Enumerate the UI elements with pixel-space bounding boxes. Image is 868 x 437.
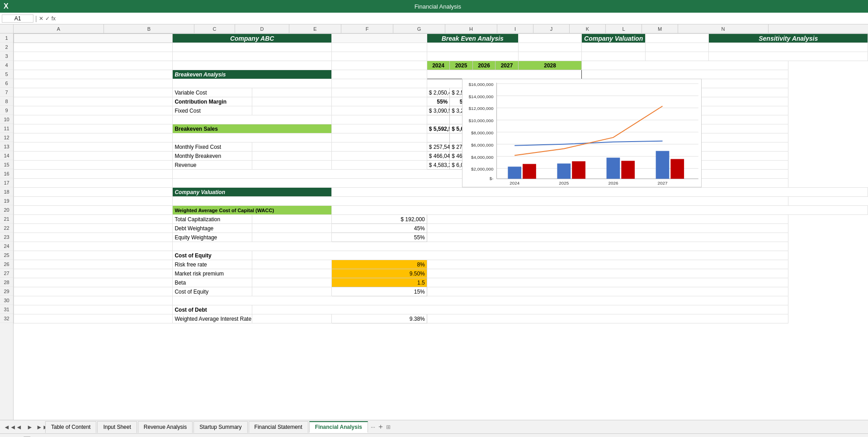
tab-financial-statement[interactable]: Financial Statement [249,421,308,433]
spreadsheet-table: Company ABC Break Even Analysis Company … [14,33,868,323]
table-row: Total Capitalization $ 192,000 [14,215,868,224]
col-header-c[interactable]: C [194,24,235,33]
col-header-e[interactable]: E [289,24,341,33]
row-12: 12 [0,133,13,142]
sheet-nav-right-icon[interactable]: ⊞ [386,424,391,430]
table-row: Weighted Average Cost of Capital (WACC) [14,206,868,215]
row-2: 2 [0,43,13,52]
row-7: 7 [0,88,13,97]
row-5: 5 [0,70,13,79]
row-col-corner [0,24,14,33]
cell-reference-input[interactable]: A1 [2,14,33,23]
wacc-interest-label: Weighted Average Interest Rate [173,314,252,323]
row-22: 22 [0,223,13,233]
table-row [14,179,868,188]
bar-2027-blue [656,151,670,179]
col-header-b[interactable]: B [104,24,194,33]
table-row: Company Valuation [14,188,868,197]
row-27: 27 [0,269,13,278]
table-row: Weighted Average Interest Rate 9.38% [14,314,868,323]
col-header-j[interactable]: J [533,24,570,33]
tab-bar: ◄◄ ◄ ► ►► Table of Content Input Sheet R… [0,420,868,433]
cancel-formula-icon[interactable]: ✕ [39,15,43,22]
row-9: 9 [0,106,13,115]
tab-financial-analysis[interactable]: Financial Analysis [309,421,368,433]
total-cap-val: $ 192,000 [331,215,427,224]
table-row: Contribution Margin 55% 58% 60% 61% 62% [14,97,868,106]
col-header-k[interactable]: K [570,24,606,33]
add-sheet-icon[interactable]: ＋ [377,422,384,432]
col-header-m[interactable]: M [642,24,678,33]
bar-2027-red [670,159,684,179]
table-row: Debt Weightage 45% [14,224,868,233]
row-1: 1 [0,33,13,43]
formula-input[interactable] [57,15,866,22]
tab-last-icon[interactable]: ►► [36,423,45,431]
more-sheets-icon[interactable]: ··· [371,424,375,430]
company-valuation-chart: $16,000,000 $14,000,000 $12,000,000 $10,… [462,79,701,187]
row-25: 25 [0,251,13,260]
row-6: 6 [0,79,13,88]
beta-label: Beta [173,278,252,287]
col-header-f[interactable]: F [341,24,393,33]
year-2026: 2026 [472,61,495,70]
row-10: 10 [0,115,13,124]
tab-first-icon[interactable]: ◄◄ [4,423,13,431]
svg-text:2024: 2024 [509,180,520,185]
table-row: Beta 1.5 [14,278,868,287]
breakeven-sales-label: Breakeven Sales [173,124,331,133]
tab-next-icon[interactable]: ► [25,423,34,431]
market-risk-val: 9.50% [331,269,427,278]
table-row: Cost of Debt [14,305,868,314]
sensitivity-header: Sensitivity Analysis [709,34,868,43]
chart-container: $16,000,000 $14,000,000 $12,000,000 $10,… [462,79,702,187]
col-header-g[interactable]: G [393,24,445,33]
tab-revenue-analysis[interactable]: Revenue Analysis [138,421,193,433]
col-header-d[interactable]: D [235,24,289,33]
tab-table-of-content[interactable]: Table of Content [45,421,96,433]
vc-2024: $ 2,050,434 [427,88,450,97]
col-header-h[interactable]: H [445,24,497,33]
svg-text:2027: 2027 [657,180,668,185]
table-row: Cost of Equity [14,251,868,260]
col-header-l[interactable]: L [606,24,642,33]
row-29: 29 [0,287,13,296]
col-header-a[interactable]: A [14,24,104,33]
tab-startup-summary[interactable]: Startup Summary [193,421,247,433]
formula-bar: A1 | ✕ ✓ fx [0,13,868,24]
fixed-cost-label: Fixed Cost [173,106,252,115]
confirm-formula-icon[interactable]: ✓ [45,15,50,22]
insert-function-icon[interactable]: fx [52,15,56,22]
cost-of-equity-val-label: Cost of Equity [173,287,252,296]
row-24: 24 [0,242,13,251]
table-row: 2024 2025 2026 2027 2028 [14,61,868,70]
tab-input-sheet[interactable]: Input Sheet [97,421,137,433]
beta-val: 1.5 [331,278,427,287]
table-row: Risk free rate 8% [14,260,868,269]
tab-prev-icon[interactable]: ◄ [14,423,24,431]
cost-of-equity-label: Cost of Equity [173,251,252,260]
cm-2024: 55% [427,97,450,106]
bs-2024: $ 5,592,593 [427,124,450,133]
table-row [14,170,868,179]
row-30: 30 [0,296,13,305]
svg-text:$10,000,000: $10,000,000 [469,118,494,123]
row-numbers: 1 2 3 4 5 6 7 8 9 10 11 12 13 14 15 16 1… [0,33,14,420]
mfc-2024: $ 257,549 [427,142,450,152]
contribution-margin-label: Contribution Margin [173,97,252,106]
bar-2025-blue [557,163,571,179]
row-17: 17 [0,178,13,187]
row-26: 26 [0,260,13,269]
company-abc-header: Company ABC [173,34,331,43]
table-row: Breakeven Analysis [14,70,868,79]
rev-2024: $ 4,583,220 [427,161,450,170]
total-cap-label: Total Capitalization [173,215,252,224]
col-header-i[interactable]: I [497,24,533,33]
row-19: 19 [0,196,13,205]
market-risk-label: Market risk premium [173,269,252,278]
company-valuation-header: Company Valuation [582,34,646,43]
row-3: 3 [0,52,13,61]
row-15: 15 [0,160,13,169]
grid-content[interactable]: Company ABC Break Even Analysis Company … [14,33,868,420]
col-header-n[interactable]: N [678,24,769,33]
